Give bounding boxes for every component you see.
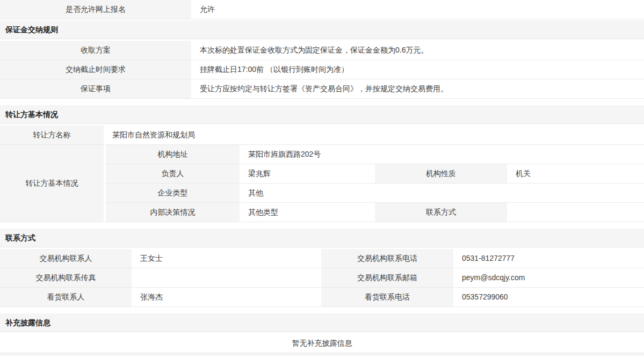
table-row: 转让方名称 莱阳市自然资源和规划局 — [0, 126, 644, 145]
field-label-agency-contact-phone: 交易机构联系电话 — [321, 249, 455, 268]
online-signup-table: 是否允许网上报名 允许 — [0, 0, 644, 19]
field-value-agency-fax — [134, 268, 321, 288]
supplement-table: 暂无补充披露信息 — [0, 334, 644, 353]
field-value-agency-contact-phone: 0531-81272777 — [455, 249, 644, 268]
field-value-company-type: 其他 — [242, 184, 644, 203]
field-label-contact-method: 联系方式 — [375, 203, 509, 222]
section-header-supplement: 补充披露信息 — [0, 313, 644, 332]
field-label-online-signup: 是否允许网上报名 — [0, 0, 193, 19]
section-supplement: 补充披露信息 暂无补充披露信息 — [0, 313, 644, 353]
field-label-agency-email: 交易机构联系邮箱 — [321, 268, 455, 288]
table-row: 是否允许网上报名 允许 — [0, 0, 644, 19]
table-row: 转让方基本情况 机构地址 莱阳市旌旗西路202号 — [0, 145, 644, 164]
field-label-org-address: 机构地址 — [106, 145, 242, 164]
section-transferor: 转让方基本情况 转让方名称 莱阳市自然资源和规划局 转让方基本情况 机构地址 莱… — [0, 105, 644, 222]
section-deposit-rules: 保证金交纳规则 收取方案 本次标的处置保证金收取方式为固定保证金，保证金金额为0… — [0, 20, 644, 99]
field-value-inspection-contact-person: 张海杰 — [134, 288, 321, 307]
field-label-payment-deadline: 交纳截止时间要求 — [0, 60, 193, 79]
field-value-contact-method — [509, 203, 644, 222]
field-label-transferor-name: 转让方名称 — [0, 126, 106, 145]
section-contact: 联系方式 交易机构联系人 王女士 交易机构联系电话 0531-81272777 … — [0, 229, 644, 307]
field-label-inspection-contact-person: 看货联系人 — [0, 288, 134, 307]
field-value-org-address: 莱阳市旌旗西路202号 — [242, 145, 644, 164]
field-label-company-type: 企业类型 — [106, 184, 242, 203]
contact-table: 交易机构联系人 王女士 交易机构联系电话 0531-81272777 交易机构联… — [0, 249, 644, 307]
field-value-inspection-contact-phone: 05357299060 — [455, 288, 644, 307]
field-label-internal-decision: 内部决策情况 — [106, 203, 242, 222]
field-label-principal: 负责人 — [106, 164, 242, 184]
section-header-transferor: 转让方基本情况 — [0, 105, 644, 124]
field-label-agency-fax: 交易机构联系传真 — [0, 268, 134, 288]
field-value-payment-deadline: 挂牌截止日17:00前 （以银行到账时间为准） — [193, 60, 644, 79]
field-value-org-nature: 机关 — [509, 164, 644, 184]
supplement-empty-text: 暂无补充披露信息 — [0, 334, 644, 353]
table-row: 保证事项 受让方应按约定与转让方签署《资产交易合同》，并按规定交纳交易费用。 — [0, 79, 644, 99]
field-value-principal: 梁兆辉 — [242, 164, 375, 184]
table-row: 交易机构联系传真 交易机构联系邮箱 peym@sdcqjy.com — [0, 268, 644, 288]
field-label-collection-plan: 收取方案 — [0, 41, 193, 60]
table-row: 暂无补充披露信息 — [0, 334, 644, 353]
field-value-agency-email: peym@sdcqjy.com — [455, 268, 644, 288]
table-row: 交纳截止时间要求 挂牌截止日17:00前 （以银行到账时间为准） — [0, 60, 644, 79]
field-value-collection-plan: 本次标的处置保证金收取方式为固定保证金，保证金金额为0.6万元。 — [193, 41, 644, 60]
footer-strip — [0, 353, 644, 356]
group-label-transferor-basic: 转让方基本情况 — [0, 145, 106, 222]
field-value-agency-contact-person: 王女士 — [134, 249, 321, 268]
table-row: 看货联系人 张海杰 看货联系电话 05357299060 — [0, 288, 644, 307]
table-row: 交易机构联系人 王女士 交易机构联系电话 0531-81272777 — [0, 249, 644, 268]
field-label-guarantee-items: 保证事项 — [0, 79, 193, 99]
deposit-rules-table: 收取方案 本次标的处置保证金收取方式为固定保证金，保证金金额为0.6万元。 交纳… — [0, 41, 644, 99]
section-header-deposit-rules: 保证金交纳规则 — [0, 20, 644, 39]
table-row: 收取方案 本次标的处置保证金收取方式为固定保证金，保证金金额为0.6万元。 — [0, 41, 644, 60]
field-label-agency-contact-person: 交易机构联系人 — [0, 249, 134, 268]
field-value-online-signup: 允许 — [193, 0, 644, 19]
field-value-guarantee-items: 受让方应按约定与转让方签署《资产交易合同》，并按规定交纳交易费用。 — [193, 79, 644, 99]
field-value-transferor-name: 莱阳市自然资源和规划局 — [106, 126, 644, 145]
section-header-contact: 联系方式 — [0, 229, 644, 247]
transferor-table: 转让方名称 莱阳市自然资源和规划局 转让方基本情况 机构地址 莱阳市旌旗西路20… — [0, 126, 644, 222]
field-label-org-nature: 机构性质 — [375, 164, 509, 184]
field-label-inspection-contact-phone: 看货联系电话 — [321, 288, 455, 307]
field-value-internal-decision: 其他类型 — [242, 203, 375, 222]
